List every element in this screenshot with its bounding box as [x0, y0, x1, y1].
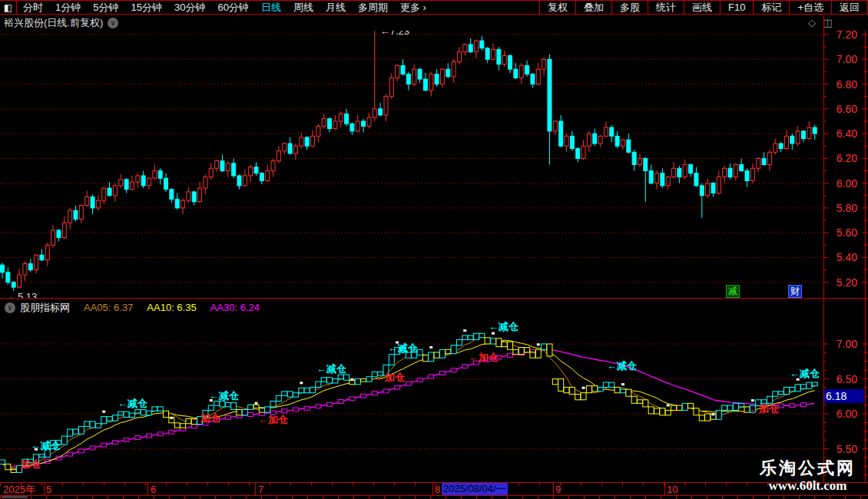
tool-item-1[interactable]: 叠加 — [575, 1, 611, 14]
signal-annotation: ←加仓 — [258, 414, 288, 425]
signal-annotation: ←加仓 — [749, 403, 779, 415]
svg-text:6.40: 6.40 — [837, 127, 857, 140]
signal-annotation: ←减仓 — [118, 398, 147, 409]
svg-text:6.80: 6.80 — [837, 78, 857, 91]
title-bar: 裕兴股份(日线.前复权) ∨ ◇◫ — [0, 15, 868, 31]
menu-item-6[interactable]: 日线 — [255, 1, 287, 15]
menu-item-0[interactable]: 分时 — [17, 1, 49, 15]
tool-item-2[interactable]: 多股 — [611, 1, 648, 14]
signal-annotation: ←减仓 — [31, 440, 61, 451]
indicator-name: 股朋指标网 — [20, 301, 70, 315]
indicator-aa10: AA10: 6.35 — [147, 302, 196, 313]
tool-item-8[interactable]: 返回 — [831, 1, 867, 14]
axis-month-9: 9 — [555, 484, 561, 495]
axis-divider — [553, 483, 554, 495]
top-menubar: ◧ 分时1分钟5分钟15分钟30分钟60分钟日线周线月线多周期更多 › 复权叠加… — [0, 0, 868, 15]
svg-text:5.40: 5.40 — [837, 251, 857, 263]
signal-annotation: ←加仓 — [190, 412, 220, 424]
axis-month-7: 7 — [258, 484, 263, 495]
svg-text:6.60: 6.60 — [837, 103, 857, 115]
axis-ticks — [0, 483, 823, 486]
watermark: 乐淘公式网 www.60lt.com — [760, 458, 856, 494]
signal-annotation: ←减仓 — [489, 321, 518, 332]
menu-item-1[interactable]: 1分钟 — [49, 1, 87, 15]
signal-annotation: ←减仓 — [316, 363, 346, 375]
signal-annotation: ←加仓 — [469, 352, 499, 363]
menu-item-9[interactable]: 多周期 — [352, 1, 394, 15]
axis-year-label: 2025年 — [3, 484, 35, 495]
right-border-line — [865, 31, 866, 482]
cutoff-row — [2, 496, 28, 498]
signal-annotation: ←减仓 — [209, 390, 239, 402]
indicator-header: ∨ 股朋指标网 AA05: 6.37 AA10: 6.35 AA30: 6.24 — [0, 299, 823, 316]
menu-item-10[interactable]: 更多 › — [394, 1, 432, 15]
signal-annotation: ←减仓 — [388, 342, 418, 354]
tool-item-5[interactable]: F10 — [720, 1, 753, 14]
axis-divider — [44, 483, 45, 495]
svg-text:7.00: 7.00 — [837, 338, 857, 350]
svg-text:5.80: 5.80 — [837, 202, 857, 214]
current-value-box: 6.18 — [826, 390, 846, 402]
marker-badge-reduce: 减 — [726, 285, 740, 298]
indicator-chevron-icon[interactable]: ∨ — [5, 302, 15, 313]
axis-month-10: 10 — [667, 484, 678, 495]
chevron-down-icon[interactable]: ∨ — [108, 18, 118, 28]
indicator-aa30: AA30: 6.24 — [210, 302, 260, 313]
axis-month-5: 5 — [46, 484, 51, 495]
axis-month-8: 8 — [435, 484, 440, 495]
main-chart-canvas[interactable]: ←7.23←5.13 — [0, 31, 823, 298]
svg-text:7.20: 7.20 — [837, 31, 857, 41]
svg-text:6.50: 6.50 — [837, 373, 857, 385]
axis-month-6: 6 — [151, 484, 156, 495]
svg-text:6.00: 6.00 — [837, 408, 857, 420]
menu-item-8[interactable]: 月线 — [320, 1, 352, 15]
svg-text:6.00: 6.00 — [837, 177, 857, 190]
menu-item-4[interactable]: 30分钟 — [168, 1, 211, 15]
axis-divider — [147, 483, 148, 495]
svg-text:7.00: 7.00 — [837, 53, 857, 65]
scale-border-line — [823, 15, 824, 496]
app-window: ◧ 分时1分钟5分钟15分钟30分钟60分钟日线周线月线多周期更多 › 复权叠加… — [0, 0, 868, 499]
time-axis: 2025年 2025/08/04/一 5678910 — [0, 482, 868, 496]
tool-item-7[interactable]: +自选 — [789, 1, 831, 14]
tool-item-0[interactable]: 复权 — [539, 1, 575, 14]
sidebar-toggle-icon[interactable]: ◧ — [0, 1, 17, 14]
main-price-scale[interactable]: 7.207.006.806.606.406.206.005.805.605.40… — [823, 31, 868, 298]
signal-annotation: ←减仓 — [790, 368, 820, 379]
menu-item-5[interactable]: 60分钟 — [211, 1, 254, 15]
indicator-chart-canvas[interactable]: ←加仓←减仓←减仓←加仓←减仓←加仓←减仓←加仓←减仓←加仓←减仓←减仓←加仓←… — [0, 316, 823, 482]
stock-title: 裕兴股份(日线.前复权) — [4, 16, 103, 30]
svg-text:5.50: 5.50 — [837, 443, 857, 455]
svg-text:5.20: 5.20 — [837, 276, 857, 289]
tool-menu: 复权叠加多股统计画线F10标记+自选返回 — [539, 1, 868, 14]
signal-annotation: ←加仓 — [375, 372, 405, 383]
indicator-aa05: AA05: 6.37 — [84, 302, 133, 313]
high-annotation: ←7.23 — [380, 31, 409, 37]
axis-divider — [255, 483, 256, 495]
watermark-url: www.60lt.com — [760, 478, 856, 494]
signal-annotation: ←加仓 — [11, 458, 41, 470]
menu-item-2[interactable]: 5分钟 — [87, 1, 124, 15]
tool-item-6[interactable]: 标记 — [753, 1, 789, 14]
signal-annotation: ←减仓 — [607, 360, 637, 372]
watermark-site-name: 乐淘公式网 — [760, 458, 856, 478]
low-annotation: ←5.13 — [8, 291, 37, 298]
tool-item-4[interactable]: 画线 — [684, 1, 720, 14]
menu-item-7[interactable]: 周线 — [287, 1, 320, 15]
svg-text:5.60: 5.60 — [837, 226, 857, 239]
selected-date-box: 2025/08/04/一 — [442, 483, 508, 495]
axis-divider — [432, 483, 433, 495]
period-menu: 分时1分钟5分钟15分钟30分钟60分钟日线周线月线多周期更多 › — [17, 1, 432, 14]
bottom-tick-strip — [0, 496, 868, 499]
indicator-price-scale[interactable]: 7.006.506.005.506.18 — [823, 316, 868, 482]
marker-badge-finance: 财 — [788, 285, 802, 298]
svg-text:6.20: 6.20 — [837, 152, 857, 164]
tool-item-3[interactable]: 统计 — [648, 1, 684, 14]
menu-item-3[interactable]: 15分钟 — [124, 1, 167, 15]
axis-divider — [664, 483, 665, 495]
